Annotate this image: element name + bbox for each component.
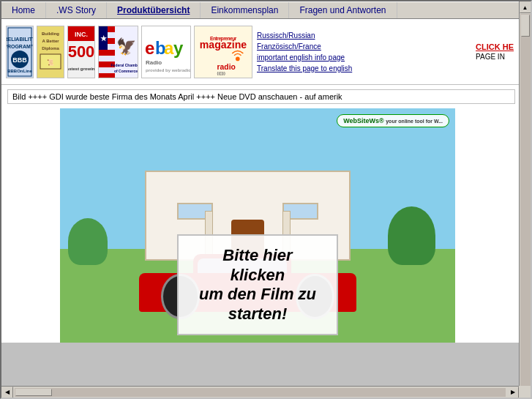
entrepreneur-logo: Entrepreneur magazine radio ((())) — [194, 26, 252, 78]
svg-text:radio: radio — [217, 62, 236, 70]
ebay-logo: e b a y Radio provided by webradio.com — [141, 26, 191, 78]
click-here-link[interactable]: CLICK HE — [476, 42, 514, 51]
svg-text:magazine: magazine — [200, 39, 247, 51]
translate-link[interactable]: Translate this page to english — [257, 63, 468, 74]
svg-text:e: e — [145, 38, 154, 58]
nav-produktuebersicht[interactable]: Produktübersicht — [107, 2, 201, 18]
scroll-right-button[interactable]: ▶ — [507, 387, 519, 398]
eagle-logo: ★ 🦅 Federal Chamber of Commerce — [98, 26, 138, 78]
svg-rect-22 — [99, 50, 115, 56]
svg-text:INC.: INC. — [75, 31, 88, 38]
svg-text:★: ★ — [100, 34, 108, 42]
scene: WebSiteWs® your online tool for W... Bit… — [60, 108, 455, 343]
cta-text: Bitte hier klicken um den Film zu starte… — [193, 246, 322, 324]
header-links: Russisch/Russian Französisch/France impo… — [252, 29, 473, 75]
svg-text:Radio: Radio — [146, 59, 162, 66]
page-in-label: PAGE IN — [476, 53, 505, 61]
scrollbar-vertical: ▲ ▼ — [519, 1, 531, 399]
scroll-track-vertical — [520, 14, 531, 387]
svg-text:500: 500 — [68, 42, 94, 61]
cta-line1: Bitte hier klicken — [222, 246, 292, 283]
bbb-logo: RELIABILITY PROGRAM™ BBB BBBOnLine — [6, 26, 34, 78]
click-area: CLICK HE PAGE IN — [473, 40, 517, 64]
bush-left — [68, 218, 108, 265]
cta-line2: um den Film zu — [199, 285, 316, 303]
svg-text:provided by webradio.com: provided by webradio.com — [146, 68, 190, 72]
svg-text:Diploma: Diploma — [42, 46, 59, 51]
ticker-bar: Bild ++++ GDI wurde beste Firma des Mona… — [7, 89, 515, 104]
svg-text:Federal Chamber: Federal Chamber — [111, 63, 138, 67]
nav-einkommensplan[interactable]: Einkommensplan — [201, 2, 289, 18]
scroll-thumb-horizontal[interactable] — [15, 389, 52, 396]
nav-fragen-antworten[interactable]: Fragen und Antworten — [289, 2, 397, 18]
english-link[interactable]: important english info page — [257, 52, 468, 63]
websitews-text: WebSiteWs® — [343, 117, 383, 124]
svg-text:BBB: BBB — [12, 56, 27, 64]
scroll-track-horizontal — [15, 388, 506, 397]
svg-text:of Commerce: of Commerce — [114, 69, 138, 73]
svg-point-40 — [236, 56, 240, 61]
french-link[interactable]: Französisch/France — [257, 41, 468, 52]
scrollbar-horizontal: ◀ ▶ — [1, 386, 519, 398]
main-image-area[interactable]: WebSiteWs® your online tool for W... Bit… — [60, 108, 455, 343]
cta-button[interactable]: Bitte hier klicken um den Film zu starte… — [177, 234, 338, 335]
ticker-text: Bild ++++ GDI wurde beste Firma des Mona… — [12, 92, 342, 101]
svg-text:RELIABILITY: RELIABILITY — [7, 37, 33, 42]
svg-text:📜: 📜 — [47, 59, 54, 66]
svg-text:((())): ((())) — [217, 71, 225, 75]
svg-text:y: y — [173, 38, 184, 58]
scroll-up-button[interactable]: ▲ — [520, 1, 531, 13]
nav-bar: Home .WS Story Produktübersicht Einkomme… — [1, 1, 531, 19]
scroll-left-button[interactable]: ◀ — [1, 387, 13, 398]
building-logo: Building A Better Diploma 📜 — [37, 26, 64, 78]
svg-text:Building: Building — [42, 31, 59, 36]
websitews-logo: WebSiteWs® your online tool for W... — [337, 114, 449, 127]
cta-line3: starten! — [228, 305, 288, 323]
svg-text:PROGRAM™: PROGRAM™ — [7, 44, 33, 49]
fortune500-logo: INC. 500 fastest growing — [67, 26, 95, 78]
main-content: RELIABILITY PROGRAM™ BBB BBBOnLine Build… — [1, 19, 521, 343]
svg-text:fastest growing: fastest growing — [68, 67, 94, 71]
websitews-sub: your online tool for W... — [386, 119, 443, 124]
nav-home[interactable]: Home — [1, 2, 46, 18]
logo-strip: RELIABILITY PROGRAM™ BBB BBBOnLine Build… — [6, 26, 252, 78]
nav-ws-story[interactable]: .WS Story — [46, 2, 107, 18]
svg-text:BBBOnLine: BBBOnLine — [7, 69, 32, 73]
header-area: RELIABILITY PROGRAM™ BBB BBBOnLine Build… — [1, 19, 521, 85]
bush-right — [388, 206, 435, 265]
svg-text:🦅: 🦅 — [116, 37, 137, 56]
svg-text:a: a — [164, 38, 174, 58]
scroll-thumb-vertical[interactable] — [521, 15, 530, 37]
svg-text:A Better: A Better — [42, 39, 59, 43]
browser-window: Home .WS Story Produktübersicht Einkomme… — [0, 0, 532, 399]
russian-link[interactable]: Russisch/Russian — [257, 30, 468, 41]
scrollbar-corner — [519, 386, 531, 398]
svg-rect-24 — [99, 73, 115, 78]
